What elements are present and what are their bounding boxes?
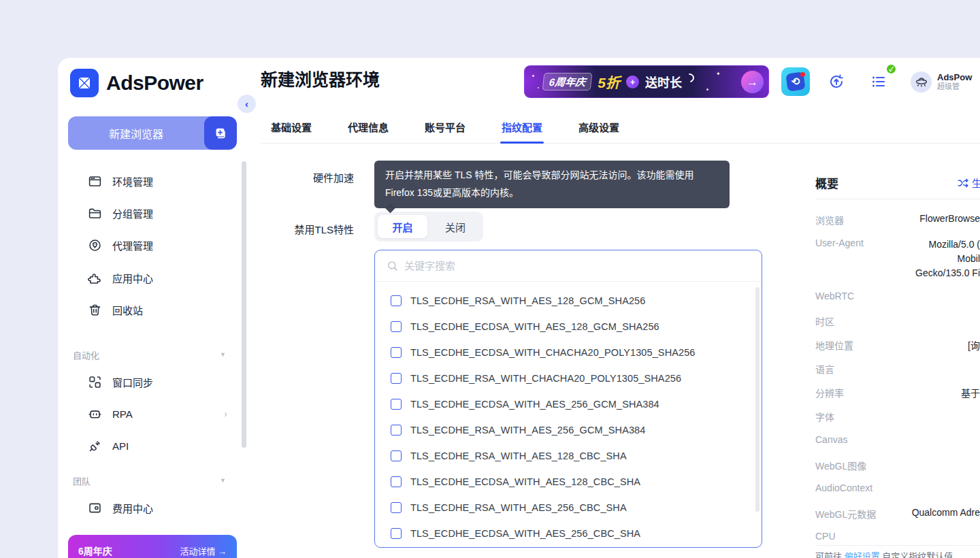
checkbox[interactable]	[391, 399, 402, 410]
preference-settings-link[interactable]: 偏好设置	[845, 551, 880, 558]
banner-arrow-button[interactable]: →	[741, 71, 764, 93]
globe-pin-icon	[86, 237, 103, 253]
tls-list: TLS_ECDHE_RSA_WITH_AES_128_GCM_SHA256 TL…	[375, 282, 762, 546]
logo-text: AdsPower	[106, 71, 203, 95]
regenerate-fingerprint-link[interactable]: 生	[957, 176, 980, 190]
task-list-button[interactable]: ✓	[864, 67, 893, 96]
note-suffix: 自定义指纹默认值	[880, 551, 953, 558]
sidebar-item-label: API	[112, 440, 129, 452]
folder-icon	[86, 205, 103, 221]
tls-option-label: TLS_ECDHE_ECDSA_WITH_AES_128_CBC_SHA	[410, 476, 640, 487]
chevron-down-icon: ▼	[220, 477, 226, 484]
sidebar-item-billing[interactable]: 费用中心	[68, 492, 237, 523]
tls-option-label: TLS_ECDHE_ECDSA_WITH_AES_256_GCM_SHA384	[410, 399, 659, 410]
quick-launch-button[interactable]: ⟲	[781, 67, 810, 96]
regen-link-text: 生	[972, 176, 980, 190]
tls-option-row[interactable]: TLS_ECDHE_RSA_WITH_AES_256_CBC_SHA	[375, 495, 762, 521]
summary-note: 可前往 偏好设置 自定义指纹默认值	[815, 549, 953, 558]
toggle-on-button[interactable]: 开启	[378, 215, 427, 238]
app-logo: AdsPower	[70, 69, 203, 97]
checkbox[interactable]	[391, 295, 402, 306]
collapse-sidebar-button[interactable]: ‹	[238, 95, 256, 113]
new-browser-button[interactable]: 新建浏览器	[68, 116, 237, 150]
checkbox[interactable]	[391, 373, 402, 384]
hardware-accel-label: 硬件加速	[261, 170, 354, 184]
wallet-icon	[86, 499, 103, 516]
row-label: 字体	[815, 410, 834, 423]
tab-fingerprint-config[interactable]: 指纹配置	[502, 120, 542, 144]
section-team[interactable]: 团队 ▼	[68, 474, 237, 487]
trash-icon	[86, 301, 103, 318]
summary-row: WebGL图像	[815, 459, 980, 470]
tls-option-row[interactable]: TLS_ECDHE_RSA_WITH_AES_128_CBC_SHA	[375, 443, 762, 469]
tls-option-row[interactable]: TLS_ECDHE_RSA_WITH_AES_256_GCM_SHA384	[375, 417, 762, 443]
tls-option-row[interactable]: TLS_ECDHE_RSA_WITH_AES_128_GCM_SHA256	[375, 288, 762, 314]
checkbox[interactable]	[391, 321, 402, 332]
toggle-off-button[interactable]: 关闭	[431, 215, 479, 238]
sidebar-item-label: 应用中心	[112, 271, 153, 285]
summary-row: 地理位置 [询	[815, 338, 980, 350]
tls-option-label: TLS_ECDHE_RSA_WITH_AES_128_CBC_SHA	[410, 450, 627, 461]
settings-tabbar: 基础设置 代理信息 账号平台 指纹配置 高级设置	[261, 114, 980, 144]
checkbox[interactable]	[391, 528, 402, 539]
sidebar-scrollbar[interactable]	[242, 161, 246, 448]
checkbox[interactable]	[391, 425, 402, 436]
ua-line: Gecko/135.0 Fi	[856, 266, 980, 280]
tls-option-row[interactable]: TLS_ECDHE_ECDSA_WITH_AES_128_GCM_SHA256	[375, 314, 762, 340]
tab-proxy-info[interactable]: 代理信息	[348, 120, 389, 144]
new-browser-plus-icon[interactable]	[204, 116, 237, 150]
summary-row: 分辨率 基于	[815, 386, 980, 397]
row-value: 基于	[961, 386, 980, 399]
tls-panel-scrollbar[interactable]	[755, 287, 760, 512]
section-label: 团队	[73, 474, 91, 487]
tooltip-line-1: 开启并禁用某些 TLS 特性，可能会导致部分网站无法访问。该功能需使用	[385, 167, 719, 184]
tab-account-platform[interactable]: 账号平台	[425, 120, 466, 144]
summary-row: AudioContext	[815, 482, 980, 494]
tab-basic-settings[interactable]: 基础设置	[271, 120, 312, 144]
section-automation[interactable]: 自动化 ▼	[68, 348, 237, 361]
summary-row: 字体	[815, 410, 980, 421]
banner-badge: 6周年庆	[542, 73, 593, 91]
sidebar-item-environment[interactable]: 环境管理	[68, 165, 237, 197]
tls-option-row[interactable]: TLS_ECDHE_ECDSA_WITH_AES_256_GCM_SHA384	[375, 391, 762, 417]
summary-panel: 概要 生 浏览器 FlowerBrowse User-Agent Mozilla…	[815, 170, 980, 558]
sidebar-item-api[interactable]: API	[68, 430, 237, 461]
sidebar-item-proxy[interactable]: 代理管理	[68, 229, 237, 261]
account-pill[interactable]: AdsPow 超级管	[906, 67, 980, 96]
note-prefix: 可前往	[815, 551, 845, 558]
sidebar-item-label: 代理管理	[112, 238, 153, 252]
tab-advanced-settings[interactable]: 高级设置	[578, 120, 619, 144]
banner-star: ✦	[716, 71, 721, 77]
tls-option-row[interactable]: TLS_ECDHE_ECDSA_WITH_CHACHA20_POLY1305_S…	[375, 340, 762, 365]
sidebar-item-recycle[interactable]: 回收站	[68, 294, 237, 325]
sidebar-item-rpa[interactable]: RPA ›	[68, 398, 237, 429]
checkbox[interactable]	[391, 450, 402, 461]
sidebar-item-window-sync[interactable]: 窗口同步	[68, 366, 237, 397]
banner-plus-icon: +	[626, 76, 639, 88]
sync-upload-button[interactable]	[822, 67, 851, 96]
sidebar-item-apps[interactable]: 应用中心	[68, 262, 237, 293]
tls-option-label: TLS_ECDHE_ECDSA_WITH_AES_256_CBC_SHA	[410, 528, 640, 539]
banner-discount: 5折	[598, 71, 620, 92]
checkbox[interactable]	[391, 476, 402, 487]
sidebar-promo-banner[interactable]: 6周年庆 活动详情 →	[68, 535, 237, 558]
adspower-logo-icon	[70, 69, 99, 97]
summary-row: CPU	[815, 531, 980, 542]
checkbox[interactable]	[391, 502, 402, 513]
summary-title: 概要	[815, 174, 838, 191]
promo-details-link[interactable]: 活动详情 →	[180, 544, 227, 557]
tls-option-row[interactable]: TLS_ECDHE_RSA_WITH_CHACHA20_POLY1305_SHA…	[375, 365, 762, 391]
account-texts: AdsPow 超级管	[937, 72, 972, 91]
sidebar-item-groups[interactable]: 分组管理	[68, 197, 237, 229]
page-title: 新建浏览器环境	[261, 66, 380, 91]
user-agent-value: Mozilla/5.0 ( Mobil Gecko/135.0 Fi	[856, 237, 980, 280]
anniversary-banner[interactable]: ✦ 6周年庆 5折 + 送时长 →	[524, 65, 769, 98]
tls-option-row[interactable]: TLS_ECDHE_ECDSA_WITH_AES_128_CBC_SHA	[375, 469, 762, 495]
puzzle-icon	[86, 269, 103, 286]
checkbox[interactable]	[391, 347, 402, 358]
check-badge-icon: ✓	[885, 63, 897, 75]
tls-option-row[interactable]: TLS_ECDHE_ECDSA_WITH_AES_256_CBC_SHA	[375, 521, 762, 546]
tls-options-panel: TLS_ECDHE_RSA_WITH_AES_128_GCM_SHA256 TL…	[374, 250, 762, 548]
search-input[interactable]	[404, 260, 704, 272]
tls-toggle: 开启 关闭	[374, 212, 483, 242]
